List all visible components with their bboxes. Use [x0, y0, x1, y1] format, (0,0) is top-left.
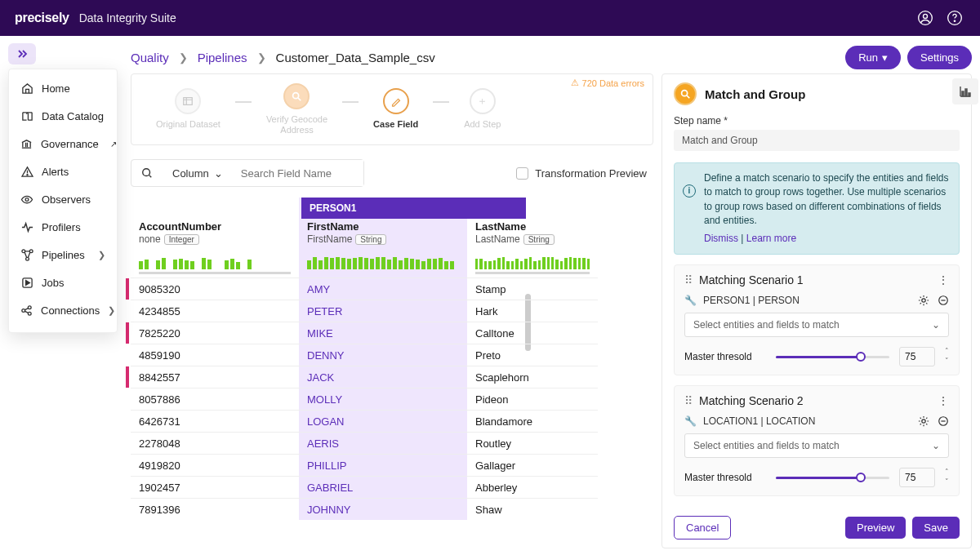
brand-name: precisely	[15, 11, 69, 25]
search-input[interactable]	[233, 160, 363, 186]
entity-select[interactable]: Select entities and fields to match⌄	[684, 313, 949, 337]
table-cell[interactable]: Blandamore	[467, 410, 598, 432]
pulse-icon	[20, 220, 33, 233]
run-button[interactable]: Run▾	[845, 46, 901, 69]
table-cell[interactable]: MIKE	[299, 322, 467, 344]
drag-handle-icon[interactable]: ⠿	[684, 273, 693, 286]
table-cell[interactable]: 8057886	[131, 388, 299, 410]
threshold-slider[interactable]	[776, 472, 889, 483]
table-cell[interactable]: 9085320	[131, 278, 299, 300]
threshold-stepper[interactable]: ˄˅	[945, 468, 949, 486]
sidebar-item-profilers[interactable]: Profilers	[9, 213, 117, 241]
entity-select[interactable]: Select entities and fields to match⌄	[684, 433, 949, 458]
table-cell[interactable]: Routley	[467, 432, 598, 454]
cancel-button[interactable]: Cancel	[674, 516, 731, 539]
sidebar-item-connections[interactable]: Connections❯	[9, 296, 117, 324]
threshold-value[interactable]: 75	[899, 347, 935, 366]
table-cell[interactable]: MOLLY	[299, 388, 467, 410]
table-cell[interactable]: 7891396	[131, 498, 299, 520]
svg-point-22	[922, 420, 925, 423]
table-cell[interactable]: Scaplehorn	[467, 366, 598, 388]
sparkline	[307, 250, 459, 269]
settings-button[interactable]: Settings	[907, 46, 972, 69]
table-cell[interactable]: AMY	[299, 278, 467, 300]
help-icon[interactable]	[944, 7, 965, 29]
remove-icon[interactable]	[938, 295, 949, 306]
step-name-input[interactable]: Match and Group	[674, 130, 960, 151]
data-errors-badge[interactable]: ⚠ 720 Data errors	[571, 78, 644, 88]
save-button[interactable]: Save	[912, 517, 960, 539]
sidebar-item-label: Home	[42, 82, 70, 95]
crumb-quality[interactable]: Quality	[131, 51, 169, 64]
step-verify-geocode[interactable]: Verify Geocode Address	[266, 83, 327, 135]
sidebar-item-jobs[interactable]: Jobs	[9, 269, 117, 296]
table-cell[interactable]: Pideon	[467, 388, 598, 410]
table-cell[interactable]: 1902457	[131, 476, 299, 498]
sidebar-item-observers[interactable]: Observers	[9, 185, 117, 213]
drag-handle-icon[interactable]: ⠿	[684, 394, 693, 407]
table-cell[interactable]: GABRIEL	[299, 476, 467, 498]
table-cell[interactable]: DENNY	[299, 344, 467, 366]
step-case-field[interactable]: Case Field	[373, 88, 418, 130]
person-band: PERSON1	[301, 198, 526, 219]
table-cell[interactable]: JOHNNY	[299, 498, 467, 520]
svg-rect-13	[962, 91, 964, 96]
user-icon[interactable]	[915, 7, 936, 29]
crumb-pipelines[interactable]: Pipelines	[198, 51, 247, 64]
book-icon	[20, 109, 33, 122]
sidebar-item-label: Observers	[42, 193, 91, 206]
learn-more-link[interactable]: Learn more	[746, 233, 796, 244]
sidebar-item-alerts[interactable]: Alerts	[9, 158, 117, 185]
table-cell[interactable]: 4919820	[131, 454, 299, 476]
gear-icon[interactable]	[918, 295, 929, 306]
table-cell[interactable]: Gallager	[467, 454, 598, 476]
sidebar-toggle[interactable]	[8, 43, 36, 64]
table-cell[interactable]: 7825220	[131, 322, 299, 344]
table-cell[interactable]: 4859190	[131, 344, 299, 366]
table-cell[interactable]: Preto	[467, 344, 598, 366]
table-cell[interactable]: 4234855	[131, 300, 299, 322]
table-cell[interactable]: Calltone	[467, 322, 598, 344]
gear-icon[interactable]	[918, 415, 929, 427]
table-cell[interactable]: PETER	[299, 300, 467, 322]
table-cell[interactable]: JACK	[299, 366, 467, 388]
table-cell[interactable]: 2278048	[131, 432, 299, 454]
kebab-menu-icon[interactable]: ⋮	[938, 273, 949, 286]
run-label: Run	[858, 51, 878, 64]
chevron-right-icon: ❯	[257, 51, 266, 64]
chart-insights-icon[interactable]	[952, 78, 978, 104]
preview-button[interactable]: Preview	[845, 517, 906, 539]
share-icon	[20, 304, 33, 317]
table-cell[interactable]: Shaw	[467, 498, 598, 520]
svg-rect-15	[969, 93, 970, 96]
step-original[interactable]: Original Dataset	[156, 88, 220, 130]
checkbox-icon[interactable]	[516, 167, 528, 180]
col-sub-acc: none Integer	[131, 233, 299, 250]
sidebar-item-data-catalog[interactable]: Data Catalog	[9, 102, 117, 130]
sparkline	[139, 250, 291, 269]
table-cell[interactable]: 6426731	[131, 410, 299, 432]
sidebar-item-pipelines[interactable]: Pipelines❯	[9, 241, 117, 269]
sidebar-item-governance[interactable]: Governance↗	[9, 130, 117, 158]
table-cell[interactable]: PHILLIP	[299, 454, 467, 476]
threshold-stepper[interactable]: ˄˅	[945, 348, 949, 365]
sidebar-item-home[interactable]: Home	[9, 74, 117, 102]
table-cell[interactable]: LOGAN	[299, 410, 467, 432]
dismiss-link[interactable]: Dismiss	[704, 233, 738, 244]
table-cell[interactable]: AERIS	[299, 432, 467, 454]
svg-point-20	[922, 299, 925, 302]
threshold-slider[interactable]	[776, 351, 889, 362]
threshold-value[interactable]: 75	[899, 468, 935, 487]
table-cell[interactable]: 8842557	[131, 366, 299, 388]
table-cell[interactable]: Abberley	[467, 476, 598, 498]
table-cell[interactable]: Stamp	[467, 278, 598, 300]
table-cell[interactable]: Hark	[467, 300, 598, 322]
remove-icon[interactable]	[938, 415, 949, 427]
transformation-preview-toggle[interactable]: Transformation Preview	[516, 167, 653, 180]
data-table: PERSON1 AccountNumbernone Integer9085320…	[131, 198, 653, 548]
kebab-menu-icon[interactable]: ⋮	[938, 394, 949, 407]
search-icon[interactable]	[131, 160, 163, 186]
alert-icon	[20, 165, 33, 178]
step-add[interactable]: ＋ Add Step	[464, 88, 501, 130]
column-dropdown[interactable]: Column ⌄	[163, 160, 233, 186]
